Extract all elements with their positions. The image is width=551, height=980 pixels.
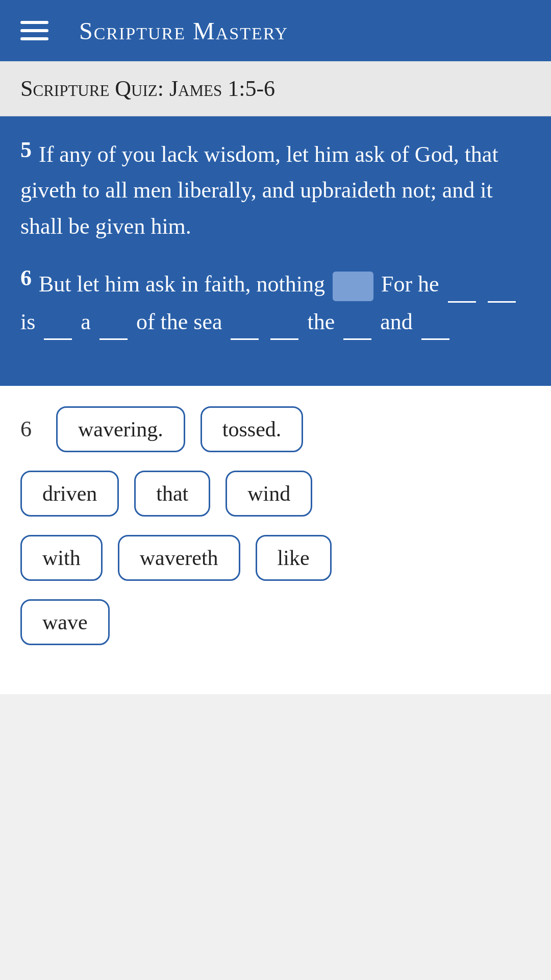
verse-6-text-part1: But let him ask in faith, nothing — [39, 272, 331, 297]
quiz-title: Scripture Quiz: James 1:5-6 — [20, 76, 275, 101]
menu-button[interactable] — [20, 21, 48, 40]
app-title: Scripture Mastery — [79, 17, 288, 45]
word-chip-wind[interactable]: wind — [226, 471, 312, 517]
verse-6: 6 But let him ask in faith, nothing For … — [20, 265, 531, 340]
word-chip-driven[interactable]: driven — [20, 471, 119, 517]
choice-row-4: wave — [20, 599, 531, 645]
blank-2[interactable] — [488, 265, 516, 302]
choices-area: 6 wavering. tossed. driven that wind wit… — [0, 386, 551, 694]
choice-row-3: with wavereth like — [20, 535, 531, 581]
blank-1[interactable] — [448, 265, 476, 302]
word-chip-that[interactable]: that — [134, 471, 210, 517]
verse-5-number: 5 — [20, 137, 32, 162]
word-chip-wave[interactable]: wave — [20, 599, 110, 645]
choice-row-1: 6 wavering. tossed. — [20, 406, 531, 452]
choice-row-2: driven that wind — [20, 471, 531, 517]
blank-6[interactable] — [270, 303, 298, 340]
blank-5[interactable] — [231, 303, 259, 340]
word-chip-wavereth[interactable]: wavereth — [118, 535, 240, 581]
word-chip-wavering[interactable]: wavering. — [56, 406, 185, 452]
blank-4[interactable] — [99, 303, 128, 340]
verse-5: 5 If any of you lack wisdom, let him ask… — [20, 137, 531, 244]
scripture-area: 5 If any of you lack wisdom, let him ask… — [0, 116, 551, 386]
blank-3[interactable] — [44, 303, 72, 340]
app-header: Scripture Mastery — [0, 0, 551, 61]
verse-6-number: 6 — [20, 265, 32, 290]
word-chip-tossed[interactable]: tossed. — [201, 406, 304, 452]
verse-6-text: But let him ask in faith, nothing For he… — [20, 272, 519, 334]
quiz-title-bar: Scripture Quiz: James 1:5-6 — [0, 61, 551, 116]
blank-8[interactable] — [421, 303, 449, 340]
verse-6-blank-highlighted[interactable] — [333, 272, 373, 301]
word-chip-with[interactable]: with — [20, 535, 103, 581]
verse-5-text: If any of you lack wisdom, let him ask o… — [20, 142, 498, 239]
blank-7[interactable] — [343, 303, 371, 340]
word-chip-like[interactable]: like — [256, 535, 332, 581]
choice-row-1-number: 6 — [20, 416, 41, 442]
